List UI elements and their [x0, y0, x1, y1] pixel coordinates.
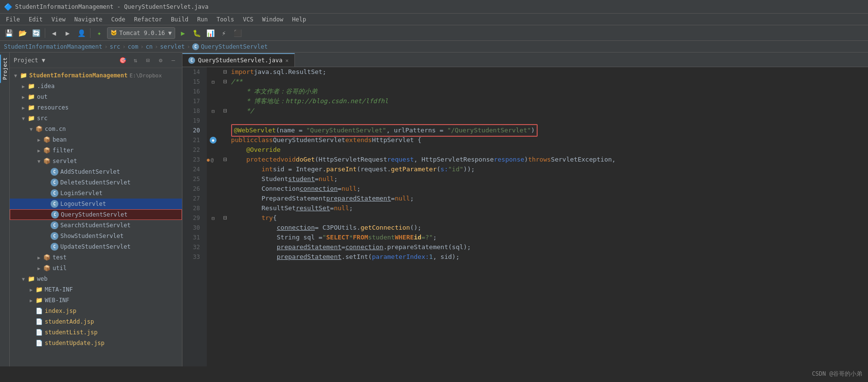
menu-window[interactable]: Window	[258, 15, 287, 24]
code-editor: 14 15 16 17 18 19 20 21 22 23 24 25 26 2…	[182, 67, 868, 366]
menu-refactor[interactable]: Refactor	[130, 15, 166, 24]
coverage-btn[interactable]: 📊	[204, 27, 216, 39]
code-line-26: ⊟ Connection connection = null;	[223, 184, 864, 194]
tree-item-updatestudent[interactable]: ▶ C UpdateStudentServlet	[10, 241, 182, 252]
code-line-14: ⊟ import java.sql.ResultSet;	[223, 67, 864, 77]
tree-item-searchstudent[interactable]: ▶ C SearchStudentServlet	[10, 220, 182, 231]
package-icon: 📦	[43, 254, 51, 261]
fold-18[interactable]: ⊟	[207, 106, 219, 116]
tree-item-comcn[interactable]: ▼ 📦 com.cn	[10, 124, 182, 134]
sidebar-expand-btn[interactable]: ⇅	[130, 55, 140, 65]
code-content[interactable]: ⊟ import java.sql.ResultSet; ⊟ /** ⊟ * 本…	[219, 67, 868, 366]
line-numbers: 14 15 16 17 18 19 20 21 22 23 24 25 26 2…	[182, 67, 207, 366]
menu-tools[interactable]: Tools	[213, 15, 238, 24]
breadcrumb-servlet[interactable]: servlet	[160, 43, 185, 50]
breakpoint-23[interactable]: ●	[207, 157, 210, 163]
folder-icon: 📁	[19, 72, 27, 79]
jsp-icon: 📄	[35, 328, 43, 336]
save-btn[interactable]: 💾	[3, 27, 15, 39]
tree-item-studentlistjsp[interactable]: ▶ 📄 studentList.jsp	[10, 327, 182, 338]
toolbar: 💾 📂 🔄 ◀ ▶ 👤 ✦ 🐱 Tomcat 9.0.16 ▼ ▶ 🐛 📊 ⚡ …	[0, 25, 868, 41]
tree-item-indexjsp[interactable]: ▶ 📄 index.jsp	[10, 306, 182, 316]
profile-btn[interactable]: ⚡	[218, 27, 230, 39]
debug-btn[interactable]: 🐛	[191, 27, 202, 39]
sidebar-locate-btn[interactable]: 🎯	[118, 55, 127, 65]
tree-item-idea[interactable]: ▶ 📁 .idea	[10, 81, 182, 91]
tree-item-web[interactable]: ▼ 📁 web	[10, 273, 182, 284]
tree-item-src[interactable]: ▼ 📁 src	[10, 113, 182, 124]
class-icon: C	[51, 211, 59, 218]
menu-edit[interactable]: Edit	[25, 15, 47, 24]
code-line-17: ⊟ * 博客地址：http://blog.csdn.net/lfdfhl	[223, 96, 864, 106]
tree-item-studentaddjsp[interactable]: ▶ 📄 studentAdd.jsp	[10, 316, 182, 327]
tree-item-servlet[interactable]: ▼ 📦 servlet	[10, 156, 182, 166]
tree-item-addstudent[interactable]: ▶ C AddStudentServlet	[10, 166, 182, 177]
menu-build[interactable]: Build	[167, 15, 192, 24]
tree-item-webinf[interactable]: ▶ 📁 WEB-INF	[10, 295, 182, 306]
breadcrumb-class[interactable]: QueryStudentServlet	[201, 43, 268, 50]
jsp-icon: 📄	[35, 307, 43, 315]
folder-icon: 📁	[27, 93, 35, 101]
tab-querystudent[interactable]: C QueryStudentServlet.java ✕	[182, 53, 295, 67]
project-tab[interactable]: Project	[0, 55, 9, 83]
package-icon: 📦	[43, 264, 51, 272]
stop-btn[interactable]: ⬛	[232, 27, 243, 39]
menu-code[interactable]: Code	[108, 15, 129, 24]
menu-bar: File Edit View Navigate Code Refactor Bu…	[0, 14, 868, 25]
tree-item-deletestudent[interactable]: ▶ C DeleteStudentServlet	[10, 177, 182, 188]
project-tree: ▼ 📁 StudentInformationManagement E:\Drop…	[10, 68, 182, 366]
menu-file[interactable]: File	[2, 15, 24, 24]
tree-item-util[interactable]: ▶ 📦 util	[10, 263, 182, 273]
title-bar: 🔷 StudentInformationManagement - QuerySt…	[0, 0, 868, 14]
tomcat-selector[interactable]: 🐱 Tomcat 9.0.16 ▼	[107, 27, 175, 39]
run-btn[interactable]: ▶	[177, 27, 189, 39]
package-icon: 📦	[35, 125, 43, 133]
title-text: StudentInformationManagement - QueryStud…	[15, 3, 208, 10]
menu-help[interactable]: Help	[288, 15, 310, 24]
breadcrumb-project[interactable]: StudentInformationManagement	[4, 43, 102, 50]
run-config-btn[interactable]: ✦	[93, 27, 105, 39]
sidebar-title: Project ▼	[14, 57, 115, 64]
user-btn[interactable]: 👤	[75, 27, 87, 39]
tree-item-querystudent[interactable]: ▶ C QueryStudentServlet	[10, 209, 182, 220]
class-icon: C	[51, 200, 58, 208]
fold-14[interactable]	[207, 67, 219, 77]
breadcrumb-src[interactable]: src	[110, 43, 121, 50]
sync-btn[interactable]: 🔄	[30, 27, 42, 39]
tree-item-logoutservlet[interactable]: ▶ C LogoutServlet	[10, 199, 182, 209]
tree-item-studentupdatejsp[interactable]: ▶ 📄 studentUpdate.jsp	[10, 338, 182, 348]
tree-item-out[interactable]: ▶ 📁 out	[10, 91, 182, 102]
back-btn[interactable]: ◀	[48, 27, 60, 39]
tree-item-root[interactable]: ▼ 📁 StudentInformationManagement E:\Drop…	[10, 70, 182, 81]
tree-item-showstudent[interactable]: ▶ C ShowStudentServlet	[10, 231, 182, 241]
tab-close-btn[interactable]: ✕	[285, 57, 289, 64]
tree-item-metainf[interactable]: ▶ 📁 META-INF	[10, 284, 182, 295]
breadcrumb-cn[interactable]: cn	[145, 43, 152, 50]
folder-icon: 📁	[27, 114, 35, 122]
menu-run[interactable]: Run	[193, 15, 212, 24]
fold-23[interactable]: @	[211, 157, 214, 163]
tree-item-filter[interactable]: ▶ 📦 filter	[10, 145, 182, 156]
open-btn[interactable]: 📂	[17, 27, 28, 39]
menu-navigate[interactable]: Navigate	[71, 15, 107, 24]
class-icon: C	[51, 243, 58, 251]
code-line-23: ⊟ protected void doGet(HttpServletReques…	[223, 155, 864, 164]
tree-item-test[interactable]: ▶ 📦 test	[10, 252, 182, 263]
breadcrumb-com[interactable]: com	[127, 43, 138, 50]
menu-view[interactable]: View	[48, 15, 70, 24]
code-line-28: ⊟ ResultSet resultSet = null;	[223, 203, 864, 213]
tree-item-bean[interactable]: ▶ 📦 bean	[10, 134, 182, 145]
menu-vcs[interactable]: VCS	[239, 15, 257, 24]
code-line-18: ⊟ */	[223, 106, 864, 116]
sidebar-hide-btn[interactable]: —	[168, 55, 178, 65]
bookmark-21[interactable]: ●	[210, 137, 217, 144]
tree-item-loginservlet[interactable]: ▶ C LoginServlet	[10, 188, 182, 199]
sidebar-settings-btn[interactable]: ⚙	[156, 55, 165, 65]
sidebar-collapse-btn[interactable]: ⊟	[143, 55, 153, 65]
tree-item-resources[interactable]: ▶ 📁 resources	[10, 102, 182, 113]
forward-btn[interactable]: ▶	[62, 27, 73, 39]
fold-15[interactable]: ⊟	[207, 77, 219, 87]
code-line-22: ⊟ @Override	[223, 145, 864, 155]
tab-class-icon: C	[188, 57, 195, 64]
class-icon: C	[51, 232, 58, 240]
